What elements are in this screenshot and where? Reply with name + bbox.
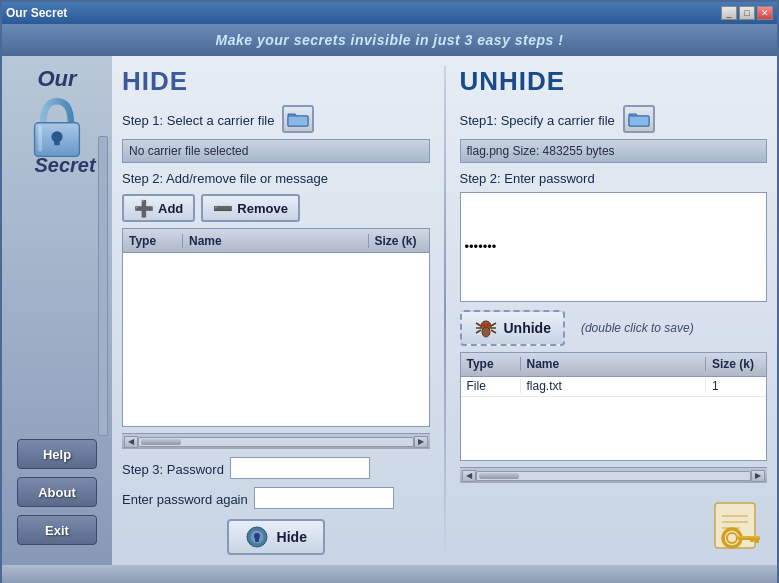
svg-rect-9: [629, 116, 649, 126]
add-icon: ➕: [134, 199, 154, 218]
unhide-step1-row: Step1: Specify a carrier file: [460, 105, 768, 133]
hide-button[interactable]: Hide: [227, 519, 325, 555]
window-title: Our Secret: [6, 6, 67, 20]
unhide-folder-button[interactable]: [623, 105, 655, 133]
svg-line-15: [491, 323, 496, 326]
hide-col-name: Name: [183, 234, 369, 248]
about-button[interactable]: About: [17, 477, 97, 507]
unhide-action-row: Unhide (double click to save): [460, 310, 768, 346]
hide-title: HIDE: [122, 66, 430, 97]
svg-rect-2: [54, 137, 60, 145]
logo-area: Our: [18, 66, 95, 177]
hide-scroll-right[interactable]: ▶: [414, 436, 428, 448]
panel-divider: [444, 66, 446, 555]
hide-password-again-label: Enter password again: [122, 492, 248, 507]
maximize-button[interactable]: □: [739, 6, 755, 20]
window-controls: _ □ ✕: [721, 6, 773, 20]
hide-password-again-input[interactable]: [254, 487, 394, 509]
hide-btn-label: Hide: [277, 529, 307, 545]
add-label: Add: [158, 201, 183, 216]
unhide-scroll-right[interactable]: ▶: [751, 470, 765, 482]
hide-col-size: Size (k): [369, 234, 429, 248]
svg-point-19: [486, 323, 488, 325]
key-area: [460, 489, 768, 555]
minimize-button[interactable]: _: [721, 6, 737, 20]
bottom-bar: [2, 565, 777, 583]
unhide-col-size: Size (k): [706, 357, 766, 371]
unhide-btn-icon: [474, 316, 498, 340]
hide-table-body: [123, 253, 429, 373]
add-button[interactable]: ➕ Add: [122, 194, 195, 222]
main-layout: Our: [2, 56, 777, 565]
unhide-scroll-thumb: [479, 473, 519, 479]
key-svg: [710, 498, 765, 553]
sidebar-scrollbar: [98, 136, 108, 436]
svg-rect-8: [255, 537, 259, 542]
exit-button[interactable]: Exit: [17, 515, 97, 545]
content-area: HIDE Step 1: Select a carrier file: [112, 56, 777, 565]
row-size: 1: [706, 379, 766, 393]
header-bar: Make your secrets invisible in just 3 ea…: [2, 24, 777, 56]
hide-step1-label: Step 1: Select a carrier file: [122, 113, 274, 128]
unhide-table-body: File flag.txt 1: [461, 377, 767, 462]
hide-col-type: Type: [123, 234, 183, 248]
hide-file-table: Type Name Size (k): [122, 228, 430, 427]
unhide-scroll-track[interactable]: [476, 471, 752, 481]
unhide-file-table: Type Name Size (k) File flag.txt 1: [460, 352, 768, 462]
hide-step3-label: Step 3: Password: [122, 462, 224, 477]
lock-icon: [27, 92, 87, 162]
row-type: File: [461, 379, 521, 393]
tagline: Make your secrets invisible in just 3 ea…: [216, 32, 564, 48]
sidebar: Our: [2, 56, 112, 565]
unhide-panel: UNHIDE Step1: Specify a carrier file fla…: [460, 66, 768, 555]
app-window: Our Secret _ □ ✕ Make your secrets invis…: [0, 0, 779, 583]
svg-line-17: [491, 330, 496, 333]
double-click-note: (double click to save): [581, 321, 694, 335]
svg-point-11: [482, 327, 490, 337]
unhide-file-status: flag.png Size: 483255 bytes: [460, 139, 768, 163]
hide-panel: HIDE Step 1: Select a carrier file: [122, 66, 430, 555]
remove-button[interactable]: ➖ Remove: [201, 194, 300, 222]
unhide-folder-icon: [628, 110, 650, 128]
hide-folder-button[interactable]: [282, 105, 314, 133]
remove-icon: ➖: [213, 199, 233, 218]
hide-password-input[interactable]: [230, 457, 370, 479]
unhide-button[interactable]: Unhide: [460, 310, 565, 346]
title-bar: Our Secret _ □ ✕: [2, 2, 777, 24]
unhide-title: UNHIDE: [460, 66, 768, 97]
key-icon: [707, 495, 767, 555]
unhide-btn-label: Unhide: [504, 320, 551, 336]
hide-scroll-track[interactable]: [138, 437, 414, 447]
hide-step1-row: Step 1: Select a carrier file: [122, 105, 430, 133]
svg-rect-3: [38, 126, 42, 152]
close-button[interactable]: ✕: [757, 6, 773, 20]
unhide-col-type: Type: [461, 357, 521, 371]
unhide-scrollbar-h[interactable]: ◀ ▶: [460, 467, 768, 483]
app-container: Make your secrets invisible in just 3 ea…: [2, 24, 777, 583]
hide-scrollbar-h[interactable]: ◀ ▶: [122, 433, 430, 449]
hide-password-again-row: Enter password again: [122, 487, 430, 509]
help-button[interactable]: Help: [17, 439, 97, 469]
hide-scroll-left[interactable]: ◀: [124, 436, 138, 448]
svg-line-12: [476, 323, 481, 326]
unhide-scroll-left[interactable]: ◀: [462, 470, 476, 482]
remove-label: Remove: [237, 201, 288, 216]
hide-btn-icon: [245, 525, 269, 549]
table-row[interactable]: File flag.txt 1: [461, 377, 767, 397]
svg-rect-29: [738, 536, 760, 538]
add-remove-row: ➕ Add ➖ Remove: [122, 194, 430, 222]
hide-file-status: No carrier file selected: [122, 139, 430, 163]
unhide-step2-label: Step 2: Enter password: [460, 171, 768, 186]
logo-secret: Secret: [34, 154, 95, 177]
unhide-col-name: Name: [521, 357, 707, 371]
hide-step2-label: Step 2: Add/remove file or message: [122, 171, 430, 186]
unhide-password-input[interactable]: [460, 192, 768, 302]
hide-scroll-thumb: [141, 439, 181, 445]
svg-point-18: [482, 323, 484, 325]
folder-icon: [287, 110, 309, 128]
row-name: flag.txt: [521, 379, 707, 393]
svg-line-14: [476, 330, 481, 333]
hide-password-row: Step 3: Password: [122, 457, 430, 479]
unhide-table-header: Type Name Size (k): [461, 353, 767, 377]
svg-rect-4: [288, 116, 308, 126]
